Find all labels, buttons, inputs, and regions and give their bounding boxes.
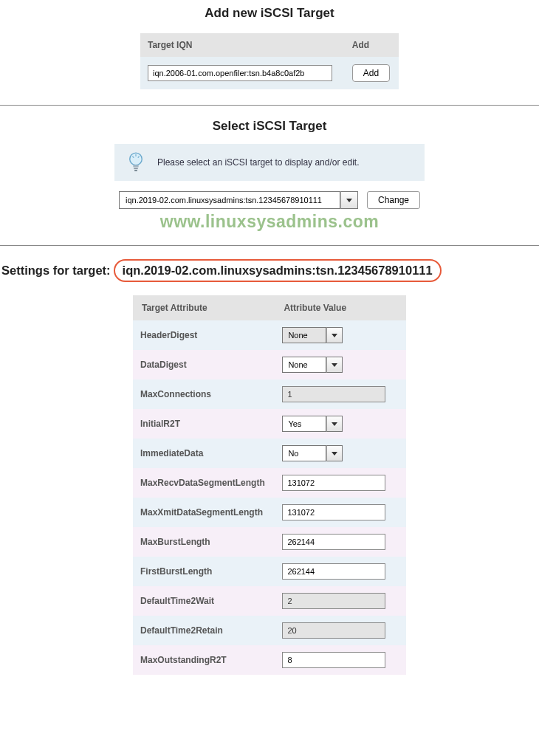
- attr-select-input[interactable]: [282, 445, 326, 461]
- attr-value-cell: [275, 645, 406, 675]
- attr-value-cell: [275, 379, 406, 409]
- attr-text-input[interactable]: [282, 593, 385, 609]
- settings-heading: Settings for target: iqn.2019-02.com.lin…: [1, 259, 539, 282]
- attr-name-cell: MaxRecvDataSegmentLength: [133, 468, 275, 498]
- target-select-input[interactable]: [119, 191, 340, 209]
- attr-name-cell: MaxXmitDataSegmentLength: [133, 498, 275, 527]
- attr-value-cell: [275, 350, 406, 379]
- add-target-box: Target IQN Add Add: [138, 31, 401, 92]
- attr-name-cell: DataDigest: [133, 350, 275, 379]
- col-target-iqn: Target IQN: [140, 33, 345, 57]
- attr-name-cell: MaxOutstandingR2T: [133, 645, 275, 675]
- attr-text-input[interactable]: [282, 386, 385, 402]
- target-iqn-input[interactable]: [148, 65, 332, 81]
- attr-name-cell: HeaderDigest: [133, 320, 275, 350]
- attr-text-input[interactable]: [282, 563, 385, 580]
- attr-select-dropdown-button[interactable]: [326, 357, 343, 373]
- attr-value-cell: [275, 616, 406, 645]
- table-row: FirstBurstLength: [133, 557, 406, 586]
- attr-value-cell: [275, 409, 406, 439]
- attr-select[interactable]: [282, 327, 345, 343]
- chevron-down-icon: [332, 452, 337, 456]
- select-target-heading: Select iSCSI Target: [0, 119, 539, 134]
- attr-value-cell: [275, 439, 406, 468]
- table-row: InitialR2T: [133, 409, 406, 439]
- target-select-dropdown-button[interactable]: [340, 191, 358, 209]
- attr-select[interactable]: [282, 357, 345, 373]
- attr-select-dropdown-button[interactable]: [326, 327, 343, 343]
- settings-target-name: iqn.2019-02.com.linuxsysadmins:tsn.12345…: [114, 259, 442, 282]
- info-box: Please select an iSCSI target to display…: [114, 144, 425, 181]
- target-select-combo[interactable]: [119, 191, 358, 209]
- attr-value-cell: [275, 557, 406, 586]
- table-row: DataDigest: [133, 350, 406, 379]
- attr-name-cell: FirstBurstLength: [133, 557, 275, 586]
- attr-select-input[interactable]: [282, 327, 326, 343]
- table-row: MaxConnections: [133, 379, 406, 409]
- table-row: DefaultTime2Wait: [133, 586, 406, 616]
- attr-name-cell: DefaultTime2Wait: [133, 586, 275, 616]
- watermark-text: www.linuxsysadmins.com: [0, 212, 539, 232]
- attr-select[interactable]: [282, 445, 345, 461]
- col-add: Add: [345, 33, 399, 57]
- attr-name-cell: MaxConnections: [133, 379, 275, 409]
- attr-text-input[interactable]: [282, 504, 385, 520]
- change-button[interactable]: Change: [367, 191, 420, 209]
- attr-value-cell: [275, 468, 406, 498]
- table-row: HeaderDigest: [133, 320, 406, 350]
- attr-select-dropdown-button[interactable]: [326, 445, 343, 461]
- chevron-down-icon: [332, 422, 337, 426]
- info-text: Please select an iSCSI target to display…: [157, 157, 360, 168]
- table-row: MaxRecvDataSegmentLength: [133, 468, 406, 498]
- attr-select-input[interactable]: [282, 416, 326, 432]
- chevron-down-icon: [332, 334, 337, 337]
- attr-text-input[interactable]: [282, 534, 385, 550]
- table-row: MaxBurstLength: [133, 527, 406, 557]
- attr-text-input[interactable]: [282, 652, 385, 668]
- attr-value-cell: [275, 527, 406, 557]
- attr-select[interactable]: [282, 416, 345, 432]
- col-attribute-value: Attribute Value: [275, 295, 406, 320]
- lightbulb-icon: [128, 151, 144, 173]
- col-target-attribute: Target Attribute: [133, 295, 275, 320]
- attr-value-cell: [275, 586, 406, 616]
- table-row: MaxXmitDataSegmentLength: [133, 498, 406, 527]
- chevron-down-icon: [346, 199, 352, 202]
- attributes-table: Target Attribute Attribute Value HeaderD…: [133, 295, 406, 675]
- add-button[interactable]: Add: [352, 64, 390, 82]
- attr-text-input[interactable]: [282, 475, 385, 491]
- attr-name-cell: InitialR2T: [133, 409, 275, 439]
- attr-text-input[interactable]: [282, 622, 385, 639]
- add-target-heading: Add new iSCSI Target: [0, 6, 539, 21]
- divider: [0, 105, 539, 106]
- attr-name-cell: ImmediateData: [133, 439, 275, 468]
- attr-select-input[interactable]: [282, 357, 326, 373]
- attr-select-dropdown-button[interactable]: [326, 416, 343, 432]
- settings-label: Settings for target:: [1, 264, 111, 278]
- divider: [0, 245, 539, 246]
- attr-value-cell: [275, 320, 406, 350]
- table-row: MaxOutstandingR2T: [133, 645, 406, 675]
- chevron-down-icon: [332, 363, 337, 367]
- table-row: ImmediateData: [133, 439, 406, 468]
- attr-value-cell: [275, 498, 406, 527]
- table-row: DefaultTime2Retain: [133, 616, 406, 645]
- attr-name-cell: MaxBurstLength: [133, 527, 275, 557]
- attr-name-cell: DefaultTime2Retain: [133, 616, 275, 645]
